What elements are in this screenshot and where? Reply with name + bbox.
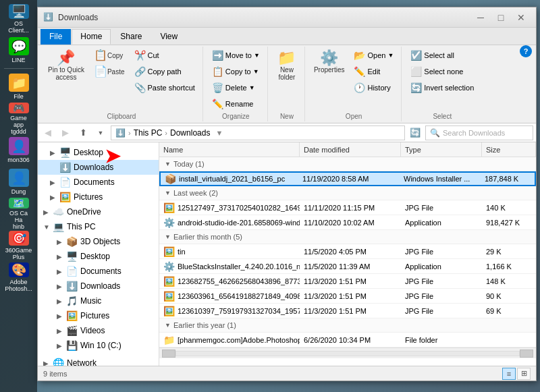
copy-path-button[interactable]: 🔗 Copy path	[131, 64, 198, 79]
file-row-125127[interactable]: 🖼️ 125127497_373170254010282_1649154498.…	[159, 200, 536, 215]
forward-button[interactable]: ▶	[58, 125, 73, 140]
col-name-header[interactable]: Name	[159, 142, 300, 157]
cut-button[interactable]: ✂️ Cut	[131, 48, 198, 63]
file-list: Name Date modified Type Size ▼ Today (1	[159, 142, 536, 366]
select-group: ☑️ Select all ⬜ Select none 🔄 Invert sel…	[403, 47, 481, 121]
paste-button[interactable]: 📄 Paste	[90, 64, 128, 79]
search-placeholder: Search Downloads	[443, 129, 505, 137]
taskbar-icon-os-client[interactable]: 🖥️ OS Client...	[3, 3, 34, 34]
taskbar-icon-map[interactable]: 🗺️ OS Ca Ha hinb	[3, 198, 34, 229]
file-size-123610: 69 K	[482, 304, 536, 318]
nav-item-3dobjects[interactable]: ▶ 📦 3D Objects	[38, 234, 159, 249]
close-button[interactable]: ✕	[512, 11, 531, 24]
nav-item-pictures[interactable]: ▶ 🖼️ Pictures	[38, 190, 159, 204]
file-size-123682: 148 K	[482, 274, 536, 288]
col-date-header[interactable]: Date modified	[300, 142, 401, 157]
nav-item-network[interactable]: ▶ 🌐 Network	[38, 356, 159, 366]
window-icon: ⬇️	[43, 12, 54, 23]
nav-item-downloads2[interactable]: ▶ ⬇️ Downloads	[38, 279, 159, 293]
rename-button[interactable]: ✏️ Rename	[209, 96, 263, 111]
select-all-button[interactable]: ☑️ Select all	[407, 48, 477, 63]
taskbar-icon-360game[interactable]: 🎯 360Game Plus	[3, 230, 34, 260]
file-row-adobe[interactable]: 📁 [phanmemgoc.com]Adobe.Photoshop.2... 6…	[159, 333, 536, 347]
nav-item-downloads[interactable]: ⬇️ Downloads	[38, 160, 159, 175]
file-row-123610[interactable]: 🖼️ 123610397_759197931327034_1957915148.…	[159, 304, 536, 318]
taskbar-icon-photoshop[interactable]: 🎨 Adobe Photosh...	[3, 262, 34, 292]
section-today[interactable]: ▼ Today (1)	[159, 157, 536, 171]
new-folder-button[interactable]: 📁 Newfolder	[273, 48, 300, 84]
file-row-tin[interactable]: 🖼️ tin 11/5/2020 4:05 PM JPG File 29 K	[159, 244, 536, 259]
details-view-button[interactable]: ≡	[502, 368, 516, 380]
nav-item-pictures2[interactable]: ▶ 🖼️ Pictures	[38, 308, 159, 323]
section-thismonth[interactable]: ▼ Earlier this month (5)	[159, 230, 536, 244]
file-size-123603: 90 K	[482, 289, 536, 303]
invert-selection-button[interactable]: 🔄 Invert selection	[407, 80, 477, 95]
tab-home[interactable]: Home	[72, 29, 111, 45]
col-size-header[interactable]: Size	[482, 142, 536, 157]
nav-item-music[interactable]: ▶ 🎵 Music	[38, 293, 159, 308]
file-row-123603[interactable]: 🖼️ 123603961_656419188271849_4098198623.…	[159, 289, 536, 304]
maximize-button[interactable]: □	[491, 11, 510, 24]
titlebar: ⬇️ Downloads ─ □ ✕	[38, 7, 536, 28]
main-area: ▶ 🖥️ Desktop ⬇️ Downloads ▶ 📄 Documents …	[38, 142, 536, 366]
file-type-androidstudio: Application	[401, 215, 482, 229]
help-button[interactable]: ?	[520, 45, 532, 57]
move-to-button[interactable]: ➡️ Move to ▼	[209, 48, 263, 63]
scroll-right-button[interactable]	[520, 349, 533, 358]
file-size-virtualdj: 187,848 K	[481, 173, 535, 185]
horizontal-scrollbar[interactable]	[159, 347, 536, 358]
section-lastweek[interactable]: ▼ Last week (2)	[159, 186, 536, 200]
tab-share[interactable]: Share	[111, 29, 151, 45]
open-button[interactable]: 📂 Open ▼	[350, 48, 397, 63]
copy-to-button[interactable]: 📋 Copy to ▼	[209, 64, 263, 79]
search-box[interactable]: 🔍 Search Downloads	[425, 125, 533, 140]
nav-item-documents[interactable]: ▶ 📄 Documents	[38, 175, 159, 190]
view-buttons: ≡ ⊞	[502, 368, 531, 380]
file-name-virtualdj: 📦 install_virtualdj_2021_b6156_pc	[161, 173, 298, 185]
file-name-adobe: 📁 [phanmemgoc.com]Adobe.Photoshop.2...	[159, 333, 300, 347]
file-row-virtualdj[interactable]: 📦 install_virtualdj_2021_b6156_pc 11/19/…	[159, 171, 536, 186]
desktop: 🖥️ OS Client... 💬 LINE 📁 File 🎮 Game app…	[0, 0, 540, 392]
tab-file[interactable]: File	[40, 29, 71, 45]
back-button[interactable]: ◀	[40, 125, 55, 140]
recent-locations-button[interactable]: ▼	[93, 125, 108, 140]
taskbar-icon-gameapp[interactable]: 🎮 Game app tgddd	[3, 103, 34, 134]
scroll-left-button[interactable]	[162, 349, 176, 358]
col-type-header[interactable]: Type	[401, 142, 482, 157]
path-downloads[interactable]: Downloads	[170, 128, 210, 138]
paste-shortcut-button[interactable]: 📎 Paste shortcut	[131, 80, 198, 95]
delete-button[interactable]: 🗑️ Delete ▼	[209, 80, 263, 95]
copy-button[interactable]: 📋 Copy	[90, 48, 128, 63]
file-date-tin: 11/5/2020 4:05 PM	[300, 244, 401, 258]
section-thisyear[interactable]: ▼ Earlier this year (1)	[159, 318, 536, 333]
tab-view[interactable]: View	[151, 29, 186, 45]
nav-item-videos[interactable]: ▶ 🎬 Videos	[38, 323, 159, 338]
file-name-123682: 🖼️ 123682755_462662568043896_8773039184.…	[159, 274, 300, 288]
nav-item-desktop2[interactable]: ▶ 🖥️ Desktop	[38, 249, 159, 264]
select-none-button[interactable]: ⬜ Select none	[407, 64, 477, 79]
history-button[interactable]: 🕐 History	[350, 80, 397, 95]
taskbar-icon-mon306[interactable]: 👤 mon306	[3, 135, 34, 165]
nav-item-onedrive[interactable]: ▶ ☁️ OneDrive	[38, 204, 159, 219]
nav-item-documents2[interactable]: ▶ 📄 Documents	[38, 264, 159, 279]
large-icons-view-button[interactable]: ⊞	[517, 368, 531, 380]
open-group: ⚙️ Properties 📂 Open ▼ ✏️ Edit	[306, 47, 402, 121]
nav-item-win10[interactable]: ▶ 💾 Win 10 (C:)	[38, 338, 159, 353]
taskbar-icon-file[interactable]: 📁 File	[3, 72, 34, 102]
up-button[interactable]: ⬆	[76, 125, 90, 140]
file-row-bluestacks[interactable]: ⚙️ BlueStacksInstaller_4.240.20.1016_nat…	[159, 259, 536, 274]
taskbar-icon-line[interactable]: 💬 LINE	[3, 35, 34, 65]
nav-item-thispc[interactable]: ▼ 💻 This PC	[38, 219, 159, 234]
address-path[interactable]: ⬇️ › This PC › Downloads ▼	[111, 125, 405, 140]
edit-button[interactable]: ✏️ Edit	[350, 64, 397, 79]
taskbar-icon-dung[interactable]: 👤 Dung	[3, 167, 34, 197]
file-row-123682[interactable]: 🖼️ 123682755_462662568043896_8773039184.…	[159, 274, 536, 289]
refresh-button[interactable]: 🔄	[408, 125, 423, 140]
path-this-pc[interactable]: This PC	[134, 128, 163, 138]
pin-to-quick-access-button[interactable]: 📌 Pin to Quickaccess	[45, 48, 88, 84]
addressbar: ◀ ▶ ⬆ ▼ ⬇️ › This PC › Downloads ▼ 🔄 🔍 S…	[38, 123, 536, 142]
minimize-button[interactable]: ─	[471, 11, 490, 24]
file-row-androidstudio[interactable]: ⚙️ android-studio-ide-201.6858069-window…	[159, 215, 536, 230]
properties-button[interactable]: ⚙️ Properties	[310, 48, 348, 76]
nav-item-desktop[interactable]: ▶ 🖥️ Desktop	[38, 145, 159, 160]
